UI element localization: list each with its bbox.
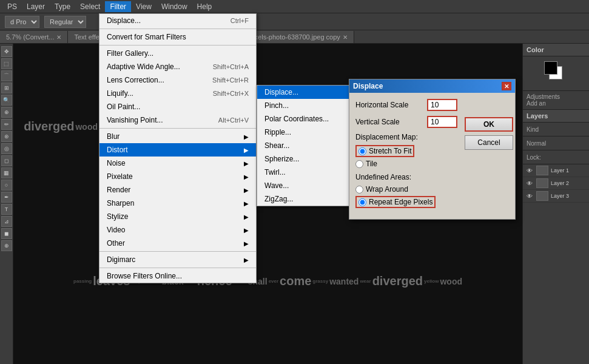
layer-thumbnail: [536, 178, 548, 188]
tool-preset-select[interactable]: d Pro: [5, 16, 39, 28]
tool-history[interactable]: ◎: [1, 143, 12, 154]
menu-separator: [99, 45, 256, 46]
layers-panel-header: Layers: [523, 110, 589, 123]
tab-convert[interactable]: 5.7% (Convert... ✕: [0, 31, 68, 43]
tool-zoom[interactable]: ⊕: [1, 240, 12, 251]
tool-healing[interactable]: ⊕: [1, 107, 12, 118]
adjustments-section: Adjustments Add an: [523, 91, 589, 110]
tool-eyedropper[interactable]: 🔍: [1, 95, 12, 106]
filter-menu: Displace... Ctrl+F Convert for Smart Fil…: [99, 13, 257, 283]
filter-menu-distort[interactable]: Distort ▶: [99, 143, 256, 157]
stretch-to-fit-radio[interactable]: [358, 147, 366, 155]
layer-item[interactable]: 👁 Layer 3: [523, 190, 589, 203]
filter-menu-video[interactable]: Video ▶: [99, 223, 256, 237]
layer-eye-icon[interactable]: 👁: [525, 166, 534, 175]
filter-menu-render[interactable]: Render ▶: [99, 183, 256, 197]
options-bar: d Pro Regular: [0, 13, 589, 30]
vertical-scale-input[interactable]: [427, 116, 457, 128]
repeat-edge-row: Repeat Edge Pixels: [355, 196, 457, 208]
menu-help[interactable]: Help: [192, 1, 217, 12]
filter-menu-noise[interactable]: Noise ▶: [99, 157, 256, 170]
layer-eye-icon[interactable]: 👁: [525, 179, 534, 187]
filter-menu-vanishing[interactable]: Vanishing Point... Alt+Ctrl+V: [99, 113, 256, 127]
filter-menu-digimarc[interactable]: Digimarc ▶: [99, 253, 256, 266]
tool-crop[interactable]: ⊞: [1, 83, 12, 93]
filter-menu-displace[interactable]: Displace... Ctrl+F: [99, 14, 256, 27]
tile-row: Tile: [355, 160, 457, 168]
wrap-around-radio[interactable]: [355, 186, 363, 194]
tool-pen[interactable]: ✒: [1, 192, 12, 203]
kind-label: Kind: [527, 126, 539, 133]
menu-ps[interactable]: PS: [2, 1, 22, 12]
filter-menu-blur[interactable]: Blur ▶: [99, 130, 256, 143]
layer-eye-icon[interactable]: 👁: [525, 192, 534, 200]
filter-menu-smart-filters[interactable]: Convert for Smart Filters: [99, 30, 256, 44]
tab-close-pexels[interactable]: ✕: [343, 34, 348, 41]
style-select[interactable]: Regular: [44, 16, 86, 28]
cancel-button[interactable]: Cancel: [465, 135, 513, 150]
filter-menu-lens[interactable]: Lens Correction... Shift+Ctrl+R: [99, 73, 256, 87]
layer-item[interactable]: 👁 Layer 1: [523, 164, 589, 177]
tool-clone[interactable]: ⊛: [1, 131, 12, 142]
menu-window[interactable]: Window: [157, 1, 192, 12]
layer-name: Layer 1: [551, 167, 569, 174]
filter-menu-sharpen[interactable]: Sharpen ▶: [99, 197, 256, 210]
menu-separator: [99, 29, 256, 29]
tool-shape[interactable]: ◼: [1, 228, 12, 239]
tile-label[interactable]: Tile: [366, 160, 377, 168]
filter-menu-pixelate[interactable]: Pixelate ▶: [99, 170, 256, 183]
adjustments-label: Adjustments: [527, 93, 585, 100]
tool-eraser[interactable]: ◻: [1, 155, 12, 166]
filter-menu-oil[interactable]: Oil Paint...: [99, 100, 256, 113]
vertical-scale-row: Vertical Scale: [355, 116, 457, 128]
foreground-color-swatch[interactable]: [544, 61, 557, 75]
tool-path[interactable]: ⊿: [1, 216, 12, 227]
dialog-right: OK Cancel: [465, 99, 513, 213]
tab-pexels[interactable]: pexels-photo-638700.jpeg copy ✕: [241, 31, 354, 43]
repeat-edge-radio[interactable]: [358, 198, 366, 206]
filter-menu-liquify[interactable]: Liquify... Shift+Ctrl+X: [99, 87, 256, 100]
tool-select[interactable]: ⬚: [1, 58, 12, 69]
horizontal-scale-row: Horizontal Scale: [355, 99, 457, 111]
wrap-around-label[interactable]: Wrap Around: [366, 185, 408, 194]
vertical-scale-label: Vertical Scale: [355, 118, 422, 126]
tool-dodge[interactable]: ○: [1, 180, 12, 190]
undefined-areas-group: Wrap Around Repeat Edge Pixels: [355, 185, 457, 208]
layer-item[interactable]: 👁 Layer 2: [523, 177, 589, 190]
tile-radio[interactable]: [355, 160, 363, 168]
menu-select[interactable]: Select: [75, 1, 105, 12]
ok-button[interactable]: OK: [465, 117, 513, 132]
repeat-edge-label[interactable]: Repeat Edge Pixels: [369, 198, 432, 206]
layer-name: Layer 3: [551, 193, 569, 199]
filter-menu-other[interactable]: Other ▶: [99, 237, 256, 250]
filter-menu-gallery[interactable]: Filter Gallery...: [99, 47, 256, 60]
menu-separator: [99, 268, 256, 268]
layer-name: Layer 2: [551, 180, 569, 186]
filter-menu-browse[interactable]: Browse Filters Online...: [99, 269, 256, 283]
tool-text[interactable]: T: [1, 204, 12, 215]
menu-view[interactable]: View: [131, 1, 157, 12]
color-section: [523, 56, 589, 91]
tab-close-convert[interactable]: ✕: [56, 34, 61, 41]
tool-gradient[interactable]: ▦: [1, 167, 12, 178]
displacement-map-group: Stretch To Fit Tile: [355, 145, 457, 168]
dialog-title: Displace: [353, 82, 383, 90]
menu-type[interactable]: Type: [50, 1, 75, 12]
filter-menu-adaptive[interactable]: Adaptive Wide Angle... Shift+Ctrl+A: [99, 60, 256, 73]
layers-kind-section: Kind: [523, 123, 589, 136]
displace-dialog: Displace ✕ Horizontal Scale Vertical Sca…: [349, 79, 516, 220]
dialog-close-button[interactable]: ✕: [502, 82, 511, 90]
lock-label: Lock:: [527, 154, 541, 161]
menu-layer[interactable]: Layer: [22, 1, 50, 12]
right-panel: Color Adjustments Add an Layers Kind Nor…: [522, 44, 589, 364]
menu-filter[interactable]: Filter: [105, 1, 131, 12]
tool-lasso[interactable]: ⌒: [1, 70, 12, 81]
tool-move[interactable]: ✥: [1, 46, 12, 57]
tool-brush[interactable]: ✏: [1, 119, 12, 130]
filter-menu-stylize[interactable]: Stylize ▶: [99, 210, 256, 223]
lock-section: Lock:: [523, 150, 589, 164]
stretch-to-fit-label[interactable]: Stretch To Fit: [369, 147, 411, 155]
dialog-left: Horizontal Scale Vertical Scale Displace…: [355, 99, 457, 213]
normal-section: Normal: [523, 136, 589, 150]
horizontal-scale-input[interactable]: [427, 99, 457, 111]
